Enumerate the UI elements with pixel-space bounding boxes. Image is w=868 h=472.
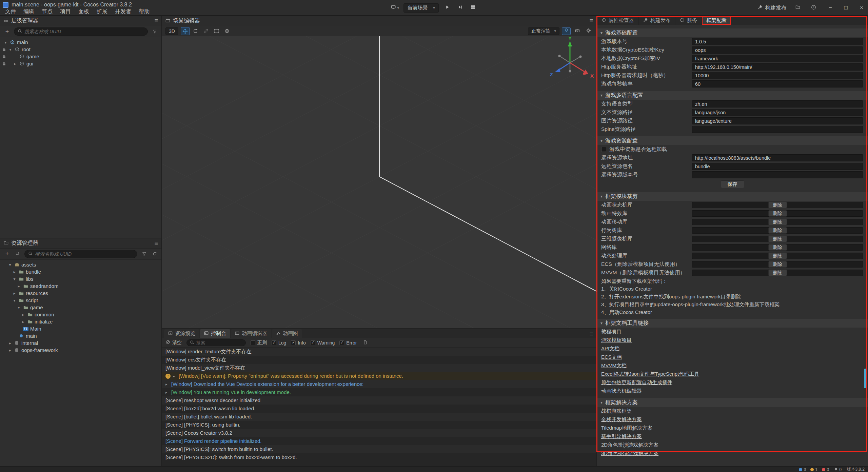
create-node-button[interactable]: + [3, 28, 11, 35]
chevron-right-icon[interactable]: ▸ [17, 284, 21, 289]
section-header[interactable]: ▾游戏基础配置 [597, 28, 868, 37]
open-folder-button[interactable] [793, 3, 802, 12]
log-entry[interactable]: ▸[Window] Download the Vue Devtools exte… [162, 380, 596, 388]
delete-module-button[interactable]: 删除 [768, 244, 787, 251]
log-count[interactable]: 3 [799, 467, 806, 472]
log-entry[interactable]: [Scene] [box2d]:box2d wasm lib loaded. [162, 405, 596, 413]
log-entry[interactable]: [Scene] [PHYSICS2D]: switch from box2d-w… [162, 453, 596, 461]
doc-link[interactable]: Excel格式转Json文件与TypeScript代码工具 [601, 371, 699, 377]
assets-search-box[interactable] [24, 250, 137, 258]
section-header[interactable]: ▾框架文档工具链接 [597, 319, 868, 328]
refresh-assets-button[interactable] [151, 250, 158, 258]
assets-filter-button[interactable] [140, 250, 148, 258]
doc-link[interactable]: Tiledmap地图解决方案 [601, 425, 652, 431]
doc-link[interactable]: 动画状态机编辑器 [601, 388, 642, 394]
close-button[interactable]: × [859, 4, 865, 11]
property-input[interactable] [692, 72, 863, 79]
section-header[interactable]: ▾框架模块裁剪 [597, 192, 868, 201]
render-mode-select[interactable]: 正常渲染 ▾ [528, 27, 559, 35]
scrollbar-thumb[interactable] [864, 369, 867, 388]
tab-属性检查器[interactable]: 属性检查器 [597, 16, 639, 25]
export-log-button[interactable] [361, 339, 369, 347]
scale-tool[interactable] [202, 27, 211, 35]
log-entry[interactable]: [Window] model_view文件夹不存在 [162, 364, 596, 372]
property-input[interactable] [692, 109, 863, 116]
world-space-tool[interactable] [223, 27, 232, 35]
chevron-right-icon[interactable]: ▸ [21, 319, 25, 324]
scene-viewport[interactable]: Y X Z [162, 36, 596, 328]
hierarchy-search-input[interactable] [24, 29, 144, 34]
error-count[interactable]: 0 [822, 467, 829, 472]
maximize-button[interactable]: □ [843, 4, 849, 11]
regex-filter[interactable]: 正则 [251, 340, 267, 346]
chevron-down-icon[interactable]: ▾ [12, 277, 17, 281]
tab-服务[interactable]: 服务 [675, 16, 702, 25]
tree-item-gui[interactable]: ▸gui [0, 60, 161, 67]
filter-warning[interactable]: ✓Warning [311, 340, 335, 346]
chevron-right-icon[interactable]: ▸ [165, 380, 169, 388]
menu-item[interactable]: 编辑 [20, 8, 38, 15]
warning-count[interactable]: 1 [810, 467, 817, 472]
chevron-down-icon[interactable]: ▾ [17, 305, 21, 310]
section-header[interactable]: ▾游戏资源配置 [597, 136, 868, 145]
chevron-down-icon[interactable]: ▾ [12, 298, 17, 303]
checkbox[interactable]: ✓ [291, 340, 296, 345]
tree-item-root[interactable]: ▾root [0, 46, 161, 53]
doc-link[interactable]: 2D角色扮演游戏解决方案 [601, 442, 658, 448]
chevron-down-icon[interactable]: ▾ [8, 47, 13, 52]
tree-item-initialize[interactable]: ▸initialize [0, 318, 161, 325]
tree-item-oops-framework[interactable]: ▸oops-framework [0, 347, 161, 354]
chevron-right-icon[interactable]: ▸ [8, 341, 12, 346]
menu-item[interactable]: 面板 [75, 8, 93, 15]
lock-icon[interactable] [2, 54, 6, 59]
panel-menu-icon[interactable]: ≡ [589, 17, 593, 24]
chevron-right-icon[interactable]: ▸ [12, 270, 17, 274]
move-tool[interactable] [181, 27, 190, 35]
clear-console-button[interactable]: 清空 [165, 340, 182, 346]
property-input[interactable] [692, 38, 863, 45]
chevron-down-icon[interactable]: ▾ [8, 262, 12, 267]
log-entry[interactable]: [Window] render_texture文件夹不存在 [162, 348, 596, 356]
preview-device-button[interactable]: ▾ [391, 3, 399, 12]
scene-selector[interactable]: 当前场景 ▾ [403, 3, 439, 13]
property-input[interactable] [692, 100, 863, 107]
delete-module-button[interactable]: 删除 [768, 219, 787, 225]
menu-item[interactable]: 文件 [1, 8, 20, 15]
orientation-gizmo[interactable]: Y X Z [545, 36, 596, 87]
sort-assets-button[interactable] [14, 250, 21, 258]
menu-item[interactable]: 扩展 [93, 8, 111, 15]
menu-item[interactable]: 开发者 [111, 8, 135, 15]
property-input[interactable] [692, 126, 863, 133]
tree-item-Main[interactable]: TSMain [0, 325, 161, 332]
log-entry[interactable]: [Scene] [PHYSICS]: using builtin. [162, 421, 596, 429]
tree-item-main[interactable]: ▾main [0, 39, 161, 46]
console-search-input[interactable] [196, 340, 242, 345]
hierarchy-search-box[interactable] [14, 27, 148, 36]
doc-link[interactable]: 新手引导解决方案 [601, 433, 642, 440]
property-input[interactable] [692, 163, 863, 170]
log-entry[interactable]: [Window] ecs文件夹不存在 [162, 356, 596, 364]
log-entry[interactable]: [Scene] [bullet]:bullet wasm lib loaded. [162, 413, 596, 421]
doc-link[interactable]: 3D角色扮演游戏解决方案 [601, 450, 658, 457]
section-header[interactable]: ▾框架解决方案 [597, 398, 868, 407]
property-input[interactable] [692, 171, 863, 178]
delete-module-button[interactable]: 删除 [768, 236, 787, 242]
tree-item-resources[interactable]: ▸resources [0, 290, 161, 297]
doc-link[interactable]: 游戏模板项目 [601, 337, 632, 343]
log-entry[interactable]: ▸[Window] You are running Vue in develop… [162, 388, 596, 396]
chevron-right-icon[interactable]: ▸ [21, 312, 25, 317]
checkbox[interactable]: ✓ [311, 340, 315, 345]
property-input[interactable] [692, 154, 863, 161]
menu-item[interactable]: 节点 [38, 8, 56, 15]
viewport-settings-button[interactable] [584, 27, 593, 35]
regex-checkbox[interactable] [251, 340, 255, 345]
play-button[interactable] [443, 3, 452, 12]
notification-count[interactable]: 0 [834, 467, 842, 472]
doc-link[interactable]: ECS文档 [601, 354, 622, 360]
property-input[interactable] [692, 80, 863, 87]
checkbox[interactable]: ✓ [272, 340, 276, 345]
delete-module-button[interactable]: 删除 [768, 253, 787, 259]
tab-动画图[interactable]: 动画图 [272, 329, 302, 338]
chevron-right-icon[interactable]: ▸ [173, 372, 176, 380]
save-button[interactable]: 保存 [721, 180, 744, 188]
